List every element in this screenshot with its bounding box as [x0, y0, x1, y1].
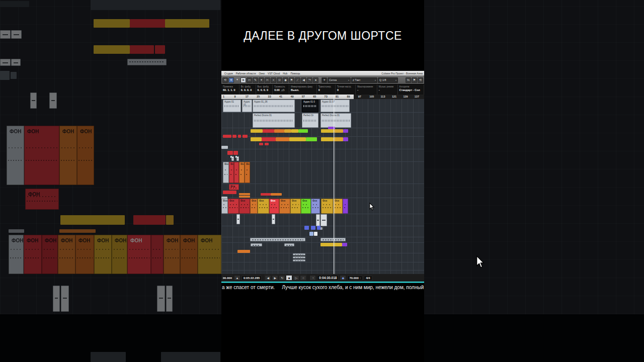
fon-clip[interactable]: [234, 162, 239, 183]
draw-tool-icon[interactable]: ✎: [253, 77, 258, 83]
menu-item[interactable]: Рабочие области: [234, 72, 258, 75]
infoline-field[interactable]: Громкость0.00дБ: [273, 84, 289, 95]
clip[interactable]: [233, 151, 238, 155]
menu-item[interactable]: Окно: [257, 72, 266, 75]
iterative-quantize-icon[interactable]: ⟲: [418, 77, 423, 83]
infoline-field[interactable]: Привязка60. 1. 1. 0: [221, 84, 239, 95]
fon-clip[interactable]: Фон: [239, 162, 245, 183]
fon-clip[interactable]: Фон: [229, 162, 234, 183]
clip[interactable]: [251, 137, 262, 141]
clip[interactable]: [239, 193, 250, 195]
go-to-start-button[interactable]: ◀: [265, 275, 271, 281]
clip[interactable]: [227, 151, 233, 155]
glue-tool-icon[interactable]: ✦: [259, 77, 264, 83]
audition-tool-icon[interactable]: ◀: [301, 77, 306, 83]
clip[interactable]: [343, 129, 348, 133]
clip[interactable]: [311, 226, 315, 230]
arrangement-area[interactable]: Аудио 01Аудио 01Аудио 01_06Аудио 01 0Ауд…: [221, 99, 424, 274]
drums-clip[interactable]: Perfect Dr: [302, 113, 318, 128]
fon-clip[interactable]: Фон: [290, 199, 301, 214]
mute-tool-icon[interactable]: ×: [271, 77, 276, 83]
object-selection-tool-icon[interactable]: ➤: [240, 77, 246, 83]
time-signature-display[interactable]: 4/4: [364, 276, 372, 281]
clip[interactable]: [314, 232, 317, 236]
clip[interactable]: [272, 214, 275, 224]
clip[interactable]: [263, 129, 274, 133]
clip[interactable]: [261, 193, 271, 196]
audio-clip[interactable]: Аудио 01: [223, 100, 241, 112]
clip[interactable]: [284, 129, 291, 133]
clip[interactable]: [238, 135, 241, 138]
clip[interactable]: [223, 135, 231, 138]
clip[interactable]: [293, 253, 305, 255]
clip[interactable]: [317, 226, 320, 230]
fon-clip[interactable]: Фон: [245, 162, 250, 183]
fon-clip[interactable]: Фон: [333, 199, 343, 214]
history-icon[interactable]: ⟲: [222, 77, 228, 83]
audio-clip-selected[interactable]: Аудио 01 0: [302, 100, 318, 112]
clip[interactable]: [343, 137, 348, 141]
clip[interactable]: [231, 156, 234, 161]
clip[interactable]: [221, 146, 228, 149]
fon-clip[interactable]: Фон: [279, 199, 290, 214]
infoline-field[interactable]: Транспонир.0: [317, 84, 336, 95]
tool-options-arrow-icon[interactable]: ▾: [234, 77, 240, 83]
quantize-select[interactable]: Q 1/8▾: [378, 77, 398, 83]
clip[interactable]: [316, 214, 320, 226]
fon-clip[interactable]: Фон: [223, 162, 229, 183]
infoline-field[interactable]: Вх. фейд0. 0. 0. 0: [239, 84, 256, 95]
clip[interactable]: [232, 135, 236, 138]
fon-clip[interactable]: Фон: [301, 199, 311, 214]
clip[interactable]: [236, 214, 240, 224]
move-tool-icon[interactable]: ✛: [228, 77, 234, 83]
playhead-cursor[interactable]: [334, 95, 334, 274]
fon-clip[interactable]: Фон: [258, 199, 269, 214]
clip[interactable]: [309, 232, 313, 236]
record-button[interactable]: ○: [300, 275, 306, 281]
snap-icon[interactable]: ✳: [321, 77, 327, 83]
infoline-field[interactable]: Мьютирование-: [356, 84, 377, 95]
clip[interactable]: [342, 243, 347, 246]
clip[interactable]: [223, 191, 236, 194]
clip[interactable]: [289, 137, 306, 141]
clip[interactable]: [250, 238, 305, 241]
clip[interactable]: [276, 137, 289, 141]
marker-tool-icon[interactable]: ⚑: [289, 77, 294, 83]
fon-clip[interactable]: Фон: [250, 199, 258, 214]
clip[interactable]: [320, 214, 327, 226]
color-tool-icon[interactable]: ●: [313, 77, 318, 83]
stop-button[interactable]: ■: [286, 275, 292, 281]
clip[interactable]: [320, 238, 346, 241]
fon-clip[interactable]: Фон: [221, 199, 228, 214]
tempo-spinner-icon[interactable]: ↕: [360, 277, 361, 280]
split-tool-icon[interactable]: ✂: [265, 77, 270, 83]
clip[interactable]: [333, 137, 343, 141]
clip[interactable]: [320, 243, 342, 246]
tempo-display[interactable]: 70.000↕: [347, 276, 363, 281]
infoline-field[interactable]: Музык. режим-: [377, 84, 398, 95]
clip[interactable]: [265, 143, 269, 145]
clip[interactable]: [321, 129, 334, 133]
infoline-field[interactable]: Точная настр.0: [336, 84, 356, 95]
fon-clip[interactable]: [343, 199, 348, 214]
clip[interactable]: [262, 137, 276, 141]
current-time-display[interactable]: 0:04:30.018: [317, 275, 339, 281]
clip[interactable]: [284, 243, 294, 246]
tempo-icon[interactable]: ◆: [340, 275, 346, 281]
menu-item[interactable]: Студия: [223, 72, 234, 75]
fon-clip[interactable]: Фон: [229, 184, 239, 190]
clip[interactable]: [236, 156, 239, 161]
menu-item[interactable]: Помощь: [289, 72, 301, 75]
clip[interactable]: [251, 129, 263, 133]
clip[interactable]: [321, 137, 333, 141]
clip[interactable]: [334, 129, 343, 133]
fon-clip[interactable]: Фон: [269, 199, 279, 214]
infoline-field[interactable]: АлгоритмСтандарт - Сол: [398, 84, 424, 95]
clip[interactable]: [306, 137, 317, 141]
clip[interactable]: [259, 143, 263, 145]
clip[interactable]: [291, 129, 298, 133]
marker-button[interactable]: ▲: [234, 275, 240, 281]
primary-time-display[interactable]: 00.000: [222, 276, 233, 281]
audio-clip[interactable]: Аудио 01_06: [253, 100, 295, 112]
clock-icon[interactable]: ◔: [309, 275, 316, 281]
